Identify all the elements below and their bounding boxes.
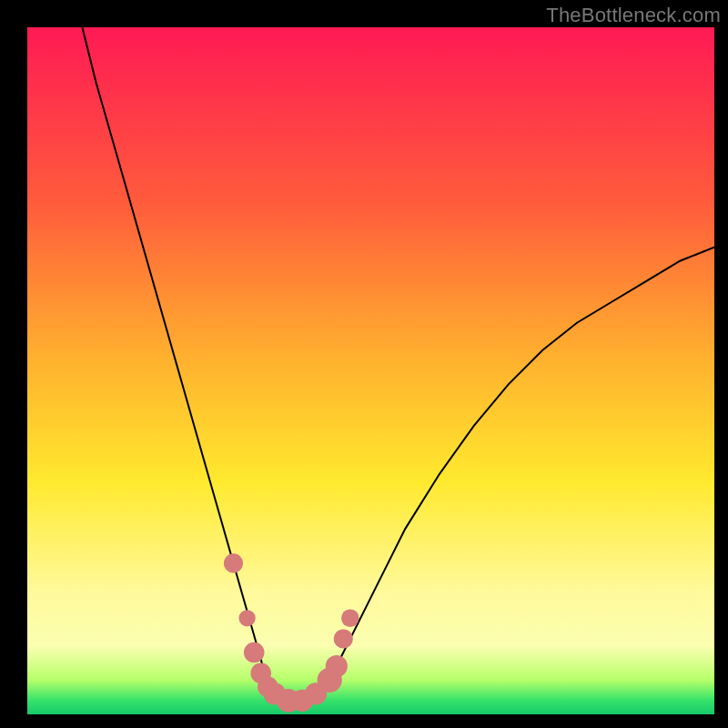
data-marker bbox=[341, 610, 359, 628]
bottleneck-curve bbox=[82, 27, 714, 701]
data-marker bbox=[224, 553, 243, 572]
data-marker bbox=[326, 655, 348, 677]
chart-frame: TheBottleneck.com bbox=[0, 0, 728, 728]
watermark-text: TheBottleneck.com bbox=[546, 4, 721, 27]
data-markers bbox=[224, 553, 359, 712]
curve-layer bbox=[27, 27, 714, 714]
data-marker bbox=[244, 642, 265, 663]
data-marker bbox=[334, 629, 353, 648]
data-marker bbox=[239, 610, 256, 626]
plot-area bbox=[27, 27, 714, 714]
